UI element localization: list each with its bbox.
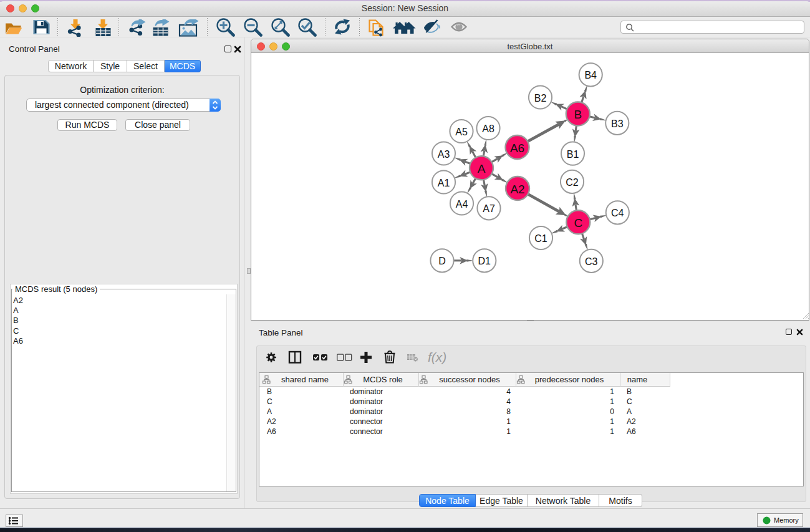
svg-text:1: 1	[610, 417, 614, 426]
svg-text:dominator: dominator	[350, 407, 383, 416]
svg-text:1: 1	[506, 427, 511, 436]
svg-text:8: 8	[506, 407, 511, 416]
svg-text:C4: C4	[611, 208, 624, 218]
svg-text:dominator: dominator	[350, 397, 383, 406]
svg-text:A2: A2	[267, 417, 276, 426]
svg-text:A: A	[478, 162, 486, 175]
svg-text:A: A	[267, 407, 272, 416]
svg-text:connector: connector	[350, 417, 383, 426]
svg-text:B3: B3	[611, 118, 624, 129]
svg-text:B: B	[627, 387, 632, 396]
svg-text:C: C	[267, 397, 272, 406]
svg-text:B: B	[574, 108, 582, 121]
svg-text:A6: A6	[627, 427, 636, 436]
svg-text:MCDS role: MCDS role	[363, 375, 403, 384]
svg-text:A3: A3	[438, 149, 450, 160]
svg-text:4: 4	[506, 397, 511, 406]
svg-text:1: 1	[610, 427, 614, 436]
svg-text:A2: A2	[627, 417, 636, 426]
svg-text:A: A	[627, 407, 632, 416]
svg-text:predecessor nodes: predecessor nodes	[535, 375, 604, 384]
svg-text:C: C	[574, 216, 582, 230]
svg-text:A4: A4	[456, 199, 468, 210]
svg-text:A1: A1	[438, 178, 450, 188]
svg-text:A7: A7	[483, 203, 495, 214]
svg-text:0: 0	[610, 407, 614, 416]
svg-text:C1: C1	[534, 233, 547, 244]
svg-text:4: 4	[506, 387, 511, 396]
svg-text:C3: C3	[585, 256, 598, 267]
svg-text:B: B	[267, 387, 272, 396]
svg-text:D1: D1	[478, 256, 491, 266]
svg-text:shared name: shared name	[281, 375, 329, 384]
svg-text:A8: A8	[482, 123, 494, 134]
svg-text:1: 1	[506, 417, 511, 426]
svg-text:C2: C2	[566, 177, 579, 188]
svg-text:successor nodes: successor nodes	[439, 375, 500, 384]
svg-text:dominator: dominator	[350, 387, 383, 396]
svg-text:C: C	[627, 397, 632, 406]
svg-text:B2: B2	[534, 93, 547, 104]
svg-text:B1: B1	[567, 149, 579, 160]
svg-text:A6: A6	[267, 427, 276, 436]
svg-text:A2: A2	[510, 183, 524, 196]
svg-text:B4: B4	[584, 70, 597, 80]
svg-text:f(x): f(x)	[428, 350, 446, 364]
svg-text:1: 1	[610, 387, 614, 396]
svg-text:1: 1	[610, 397, 614, 406]
svg-text:D: D	[438, 256, 446, 266]
svg-text:A6: A6	[510, 142, 524, 155]
svg-text:name: name	[627, 375, 648, 384]
svg-text:connector: connector	[350, 427, 383, 436]
svg-text:A5: A5	[455, 127, 468, 137]
